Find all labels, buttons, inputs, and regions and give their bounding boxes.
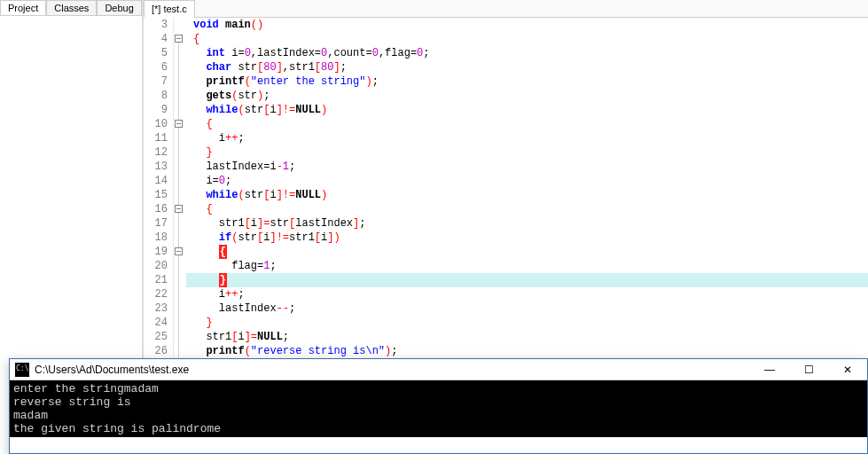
line-number: 21 (144, 273, 168, 287)
line-number: 11 (144, 131, 168, 145)
code-line[interactable]: char str[80],str1[80]; (186, 60, 868, 74)
fold-toggle-icon[interactable] (175, 205, 183, 213)
code-line[interactable]: str1[i]=NULL; (186, 330, 868, 344)
code-line[interactable]: while(str[i]!=NULL) (186, 188, 868, 202)
console-output-line: madam (13, 409, 864, 422)
line-number: 20 (144, 259, 168, 273)
console-app-icon (15, 363, 29, 377)
console-output-line: the given string is palindrome (13, 422, 864, 435)
code-line[interactable]: printf("reverse string is\n"); (186, 344, 868, 358)
line-number: 24 (144, 316, 168, 330)
fold-toggle-icon[interactable] (175, 35, 183, 43)
app-root: ProjectClassesDebug [*] test.c 345678910… (0, 0, 868, 454)
line-number: 15 (144, 188, 168, 202)
code-line[interactable]: flag=1; (186, 259, 868, 273)
line-number: 18 (144, 231, 168, 245)
console-titlebar[interactable]: C:\Users\Ad\Documents\test.exe — ☐ ✕ (10, 359, 867, 380)
code-line[interactable]: lastIndex--; (186, 301, 868, 316)
code-line[interactable]: if(str[i]!=str1[i]) (186, 231, 868, 245)
line-number: 9 (144, 103, 168, 117)
line-number: 25 (144, 330, 168, 344)
line-number: 3 (144, 18, 168, 32)
code-line[interactable]: printf("enter the string"); (186, 74, 868, 89)
code-line[interactable]: int i=0,lastIndex=0,count=0,flag=0; (186, 46, 868, 60)
code-line[interactable]: void main() (186, 18, 868, 32)
code-line[interactable]: } (186, 145, 868, 160)
close-button[interactable]: ✕ (828, 359, 867, 380)
line-number: 6 (144, 60, 168, 74)
console-window: C:\Users\Ad\Documents\test.exe — ☐ ✕ ent… (9, 358, 868, 454)
console-body[interactable]: enter the stringmadamreverse string isma… (10, 380, 867, 437)
window-buttons: — ☐ ✕ (750, 359, 867, 380)
line-number: 5 (144, 46, 168, 60)
console-output-line: enter the stringmadam (13, 382, 864, 395)
code-line[interactable]: { (186, 245, 868, 259)
line-number: 14 (144, 174, 168, 188)
line-number: 13 (144, 160, 168, 174)
code-line[interactable]: { (186, 117, 868, 131)
line-number: 22 (144, 287, 168, 301)
line-number: 16 (144, 202, 168, 216)
code-line[interactable]: gets(str); (186, 89, 868, 103)
line-number: 10 (144, 117, 168, 131)
maximize-button[interactable]: ☐ (789, 359, 828, 380)
line-number: 19 (144, 245, 168, 259)
line-number: 7 (144, 74, 168, 89)
line-number: 8 (144, 89, 168, 103)
console-output-line: reverse string is (13, 395, 864, 409)
fold-toggle-icon[interactable] (175, 247, 183, 255)
side-tabstrip: ProjectClassesDebug (0, 0, 142, 16)
code-line[interactable]: str1[i]=str[lastIndex]; (186, 216, 868, 231)
side-tab-debug[interactable]: Debug (97, 0, 141, 15)
minimize-button[interactable]: — (750, 359, 789, 380)
side-tab-classes[interactable]: Classes (46, 0, 97, 15)
code-line[interactable]: { (186, 202, 868, 216)
line-number: 17 (144, 216, 168, 231)
code-line[interactable]: i=0; (186, 174, 868, 188)
line-number: 23 (144, 301, 168, 316)
side-tab-project[interactable]: Project (0, 0, 46, 15)
fold-toggle-icon[interactable] (175, 120, 183, 128)
code-line[interactable]: } (186, 316, 868, 330)
code-line[interactable]: i++; (186, 287, 868, 301)
line-number: 12 (144, 145, 168, 160)
code-line[interactable]: i++; (186, 131, 868, 145)
code-line[interactable]: { (186, 32, 868, 46)
code-line[interactable]: while(str[i]!=NULL) (186, 103, 868, 117)
code-line[interactable]: } (186, 273, 868, 287)
code-line[interactable]: lastIndex=i-1; (186, 160, 868, 174)
file-tabstrip: [*] test.c (144, 0, 868, 18)
line-number: 4 (144, 32, 168, 46)
file-tab[interactable]: [*] test.c (144, 0, 195, 18)
line-number: 26 (144, 344, 168, 358)
console-title-text: C:\Users\Ad\Documents\test.exe (35, 364, 750, 376)
